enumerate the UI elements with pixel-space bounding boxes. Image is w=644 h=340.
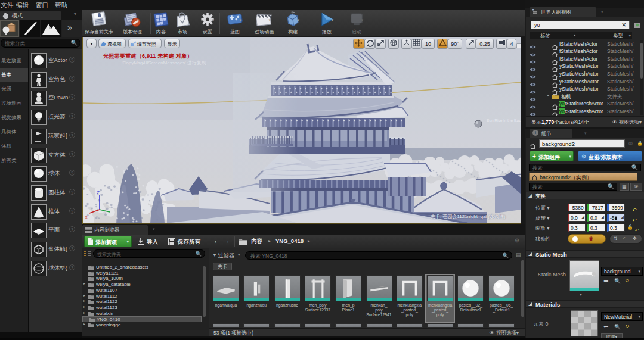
svg-text:Sun Rise in the East: Sun Rise in the East xyxy=(487,118,521,123)
svg-text:x: x xyxy=(85,215,88,219)
svg-text:Z: Z xyxy=(97,190,100,195)
